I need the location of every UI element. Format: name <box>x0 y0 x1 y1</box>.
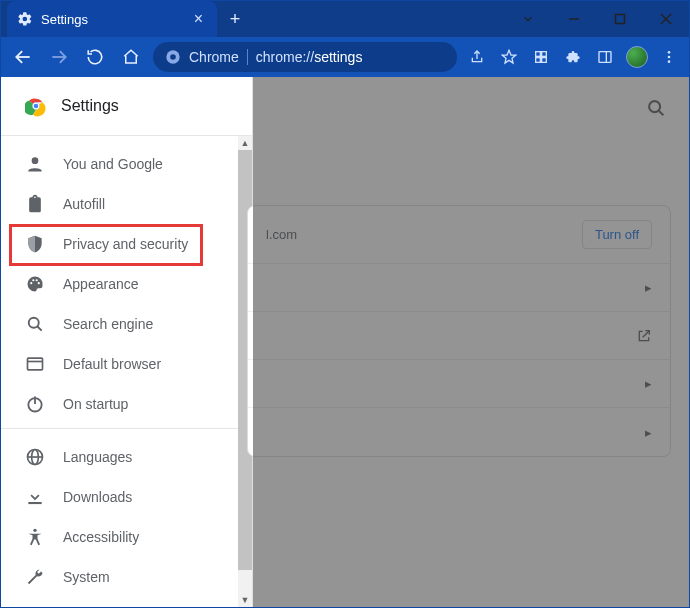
home-button[interactable] <box>117 43 145 71</box>
sidebar-item-label: On startup <box>63 396 128 412</box>
svg-marker-8 <box>502 50 515 63</box>
svg-point-17 <box>668 60 671 63</box>
sidebar-item-privacy-and-security[interactable]: Privacy and security <box>1 224 252 264</box>
close-window-button[interactable] <box>643 1 689 37</box>
svg-point-16 <box>668 56 671 59</box>
share-icon[interactable] <box>465 45 489 69</box>
shield-icon <box>25 234 45 254</box>
browser-tab[interactable]: Settings × <box>7 1 217 37</box>
sidebar-item-label: Privacy and security <box>63 236 188 252</box>
svg-rect-13 <box>599 52 611 63</box>
svg-rect-12 <box>542 58 547 63</box>
scroll-down-icon[interactable]: ▼ <box>238 593 252 607</box>
sidepanel-icon[interactable] <box>593 45 617 69</box>
chrome-logo-icon <box>25 95 47 117</box>
sidebar-item-you-and-google[interactable]: You and Google <box>1 144 252 184</box>
sidebar-item-label: Search engine <box>63 316 153 332</box>
svg-point-7 <box>170 54 176 60</box>
new-tab-button[interactable]: + <box>221 5 249 33</box>
sidebar-menu: You and Google Autofill Privacy and secu… <box>1 136 252 428</box>
sidebar-item-reset-and-clean-up[interactable]: Reset and clean up <box>1 597 252 607</box>
tab-title: Settings <box>41 12 190 27</box>
sidebar-item-label: Default browser <box>63 356 161 372</box>
svg-point-24 <box>36 279 38 281</box>
toolbar: Chrome chrome://settings <box>1 37 689 77</box>
gear-icon <box>17 11 33 27</box>
svg-point-22 <box>30 282 32 284</box>
svg-point-25 <box>38 282 40 284</box>
sidebar-item-label: Downloads <box>63 489 132 505</box>
window-controls <box>505 1 689 37</box>
chevron-down-icon[interactable] <box>505 1 551 37</box>
svg-rect-28 <box>28 358 43 370</box>
search-icon <box>25 314 45 334</box>
close-tab-button[interactable]: × <box>190 10 207 28</box>
palette-icon <box>25 274 45 294</box>
svg-rect-1 <box>616 15 625 24</box>
scroll-up-icon[interactable]: ▲ <box>238 136 252 150</box>
svg-line-27 <box>38 327 42 331</box>
main-panel: l.com Turn off ▸ ▸ <box>253 77 689 607</box>
forward-button[interactable] <box>45 43 73 71</box>
sidebar-item-label: System <box>63 569 110 585</box>
sidebar-item-languages[interactable]: Languages <box>1 437 252 477</box>
accessibility-icon <box>25 527 45 547</box>
sidebar-item-label: Appearance <box>63 276 139 292</box>
browser-window-icon <box>25 354 45 374</box>
svg-point-15 <box>668 51 671 54</box>
globe-icon <box>25 447 45 467</box>
sidebar-item-on-startup[interactable]: On startup <box>1 384 252 424</box>
sidebar-item-label: You and Google <box>63 156 163 172</box>
sidebar-item-accessibility[interactable]: Accessibility <box>1 517 252 557</box>
sidebar-item-downloads[interactable]: Downloads <box>1 477 252 517</box>
sidebar-item-label: Accessibility <box>63 529 139 545</box>
power-icon <box>25 394 45 414</box>
address-url: chrome://settings <box>256 49 363 65</box>
reload-button[interactable] <box>81 43 109 71</box>
sidebar-item-appearance[interactable]: Appearance <box>1 264 252 304</box>
address-bar[interactable]: Chrome chrome://settings <box>153 42 457 72</box>
svg-rect-9 <box>536 52 541 57</box>
app-window: Settings × + <box>0 0 690 608</box>
settings-sidebar: Settings You and Google Autofill Privac <box>1 77 253 607</box>
content-area: Settings You and Google Autofill Privac <box>1 77 689 607</box>
extension-square-icon[interactable] <box>529 45 553 69</box>
dim-overlay <box>253 77 689 607</box>
profile-avatar[interactable] <box>625 45 649 69</box>
extensions-puzzle-icon[interactable] <box>561 45 585 69</box>
download-icon <box>25 487 45 507</box>
svg-rect-11 <box>536 58 541 63</box>
sidebar-item-default-browser[interactable]: Default browser <box>1 344 252 384</box>
address-label: Chrome <box>189 49 239 65</box>
sidebar-item-autofill[interactable]: Autofill <box>1 184 252 224</box>
sidebar-title: Settings <box>61 97 119 115</box>
sidebar-menu-advanced: Languages Downloads Accessibility System <box>1 429 252 607</box>
sidebar-header: Settings <box>1 77 252 135</box>
svg-point-26 <box>29 318 39 328</box>
wrench-icon <box>25 567 45 587</box>
clipboard-icon <box>25 194 45 214</box>
sidebar-item-search-engine[interactable]: Search engine <box>1 304 252 344</box>
sidebar-item-label: Languages <box>63 449 132 465</box>
svg-point-36 <box>33 529 36 532</box>
person-icon <box>25 154 45 174</box>
address-separator <box>247 49 248 65</box>
svg-point-23 <box>32 279 34 281</box>
minimize-button[interactable] <box>551 1 597 37</box>
sidebar-item-label: Autofill <box>63 196 105 212</box>
back-button[interactable] <box>9 43 37 71</box>
svg-rect-10 <box>542 52 547 57</box>
sidebar-item-system[interactable]: System <box>1 557 252 597</box>
svg-rect-35 <box>28 502 41 504</box>
bookmark-star-icon[interactable] <box>497 45 521 69</box>
chrome-small-icon <box>165 49 181 65</box>
kebab-menu-icon[interactable] <box>657 45 681 69</box>
maximize-button[interactable] <box>597 1 643 37</box>
svg-point-21 <box>32 157 39 164</box>
title-bar: Settings × + <box>1 1 689 37</box>
